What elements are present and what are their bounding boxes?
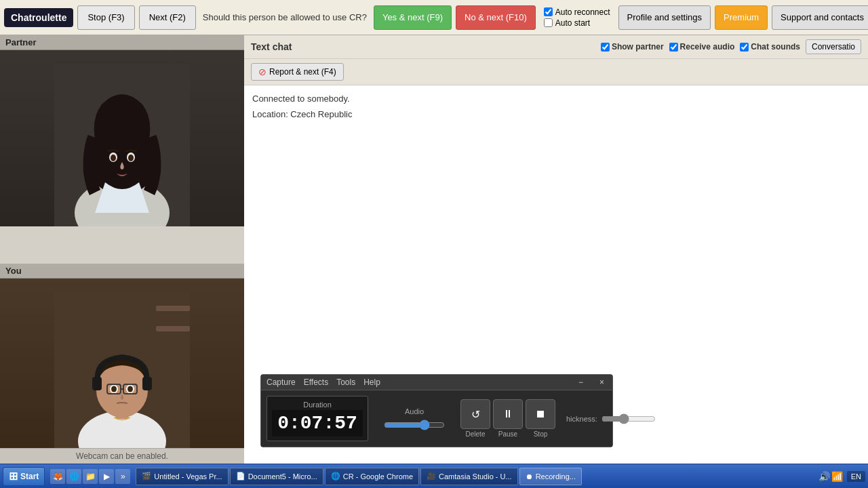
no-next-button[interactable]: No & next (F10) [456,5,536,30]
taskbar-explorer-icon[interactable]: 📁 [83,469,98,484]
cam-delete-label: Delete [466,430,486,438]
message-1: Connected to somebody. [252,94,860,104]
taskbar-right-area: 🔊 📶 EN [818,471,865,482]
camtasia-overlay: Capture Effects Tools Help − × Duration … [260,374,613,447]
taskbar: ⊞ Start 🦊 🌐 📁 ▶ » 🎬 Untitled - Vegas Pr.… [0,464,868,488]
cam-duration-display: Duration 0:07:57 [267,396,368,441]
taskbar-camtasia-item[interactable]: 🎥 Camtasia Studio - U... [420,468,518,485]
camtasia-body: Duration 0:07:57 Audio ↺ Delete ⏸ [261,390,612,447]
taskbar-media-icon[interactable]: ▶ [99,469,114,484]
you-silhouette [54,292,190,448]
cam-close-button[interactable]: × [597,378,607,387]
auto-options: Auto reconnect Auto start [544,7,610,28]
chrome-label: CR - Google Chrome [343,472,413,481]
show-partner-option[interactable]: Show partner [601,42,664,52]
left-panel: Partner [0,35,244,464]
taskbar-vegas-item[interactable]: 🎬 Untitled - Vegas Pr... [136,468,228,485]
taskbar-word-item[interactable]: 📄 Document5 - Micro... [230,468,323,485]
start-label: Start [20,472,39,481]
svg-point-13 [96,363,148,418]
partner-label: Partner [0,35,244,50]
report-icon: ⊘ [258,66,267,77]
camtasia-titlebar: Capture Effects Tools Help − × [261,375,612,390]
app-logo: Chatroulette [4,8,73,27]
taskbar-browser-icon[interactable]: 🌐 [66,469,81,484]
cam-capture-menu[interactable]: Capture [267,378,296,387]
you-video [0,279,244,448]
cam-help-menu[interactable]: Help [363,378,380,387]
partner-silhouette [54,64,190,226]
text-chat-header: Text chat Show partner Receive audio Cha… [244,35,868,59]
cam-audio-section: Audio [374,407,455,430]
delete-icon: ↺ [471,408,480,421]
stop-icon: ⏹ [535,408,546,420]
chat-sounds-checkbox[interactable] [740,43,749,52]
taskbar-chrome-item[interactable]: 🌐 CR - Google Chrome [325,468,419,485]
cam-delete-control: ↺ Delete [460,399,490,438]
receive-audio-checkbox[interactable] [669,43,678,52]
auto-reconnect-checkbox[interactable] [544,7,553,16]
tray-network-icon[interactable]: 🔊 [818,471,830,482]
support-contacts-button[interactable]: Support and contacts [772,5,868,30]
partner-video [0,50,244,226]
svg-point-7 [128,155,134,161]
premium-button[interactable]: Premium [715,5,768,30]
taskbar-firefox-icon[interactable]: 🦊 [50,469,65,484]
cam-stop-button[interactable]: ⏹ [526,399,555,429]
report-next-button[interactable]: ⊘ Report & next (F4) [251,63,344,81]
taskbar-windows: 🎬 Untitled - Vegas Pr... 📄 Document5 - M… [136,468,582,485]
cam-thickness-label: hickness: [566,415,597,423]
recording-icon: ⏺ [526,472,533,481]
main-area: Partner [0,35,868,464]
chat-sounds-option[interactable]: Chat sounds [740,42,800,52]
yes-next-button[interactable]: Yes & next (F9) [374,5,452,30]
camtasia-icon: 🎥 [427,472,436,481]
vegas-label: Untitled - Vegas Pr... [154,472,222,481]
show-partner-checkbox[interactable] [601,43,610,52]
cam-control-buttons: ↺ Delete ⏸ Pause ⏹ Stop [460,399,555,438]
svg-rect-10 [156,326,190,331]
auto-reconnect-label[interactable]: Auto reconnect [544,7,610,17]
cam-stop-label: Stop [534,430,548,438]
cam-delete-button[interactable]: ↺ [460,399,490,429]
word-icon: 📄 [236,472,245,481]
lang-indicator: EN [851,472,861,481]
windows-icon: ⊞ [9,470,18,483]
cam-pause-control: ⏸ Pause [493,399,523,438]
auto-start-label[interactable]: Auto start [544,18,610,28]
taskbar-clock: EN [847,471,865,482]
svg-rect-9 [156,306,190,311]
cam-thickness-slider[interactable] [601,413,656,424]
cam-minimize-button[interactable]: − [576,378,586,387]
cam-effects-menu[interactable]: Effects [304,378,328,387]
chat-sounds-label: Chat sounds [751,42,800,52]
report-label: Report & next (F4) [269,67,336,77]
receive-audio-option[interactable]: Receive audio [669,42,735,52]
stop-button[interactable]: Stop (F3) [77,5,134,30]
next-button[interactable]: Next (F2) [139,5,196,30]
topbar: Chatroulette Stop (F3) Next (F2) Should … [0,0,868,35]
recording-label: Recording... [536,472,576,481]
cam-tools-menu[interactable]: Tools [336,378,355,387]
auto-start-checkbox[interactable] [544,18,553,27]
profile-settings-button[interactable]: Profile and settings [618,5,711,30]
system-tray: 🔊 📶 [818,471,843,482]
tray-volume-icon[interactable]: 📶 [831,471,843,482]
start-button[interactable]: ⊞ Start [3,467,45,486]
cam-audio-slider[interactable] [384,420,445,430]
cam-pause-button[interactable]: ⏸ [493,399,523,429]
taskbar-extra-icon[interactable]: » [115,469,130,484]
question-text: Should this person be allowed to use CR? [203,12,367,22]
svg-point-22 [127,386,133,392]
you-section: You [0,264,244,464]
cam-thickness-section: hickness: [566,413,656,424]
camtasia-label: Camtasia Studio - U... [439,472,512,481]
conversation-button[interactable]: Conversatio [806,39,861,54]
taskbar-quick-launch: 🦊 🌐 📁 ▶ » [50,469,130,484]
show-partner-label: Show partner [612,42,664,52]
taskbar-recording-item[interactable]: ⏺ Recording... [519,468,582,485]
webcam-notice: Webcam can be enabled. [0,448,244,464]
svg-point-21 [111,386,117,392]
text-chat-label: Text chat [251,41,292,52]
receive-audio-label: Receive audio [680,42,735,52]
